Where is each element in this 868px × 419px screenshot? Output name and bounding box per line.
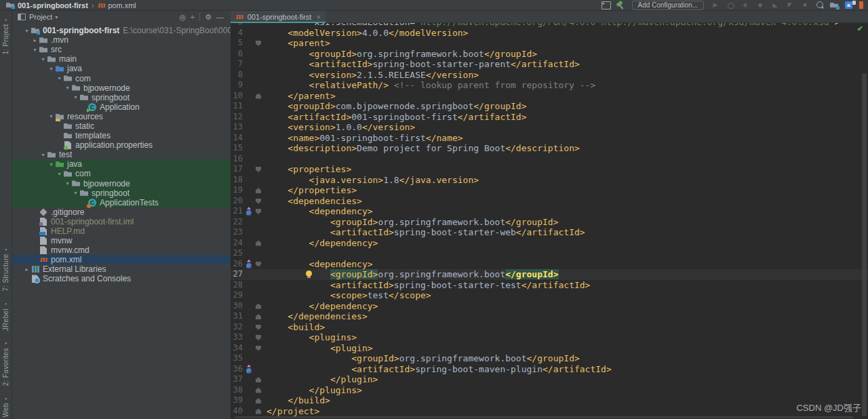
- tree-item-pom-xml[interactable]: pom.xml: [12, 255, 231, 264]
- fold-marker-icon[interactable]: [254, 311, 264, 322]
- code-line-15[interactable]: 15 <description>Demo project for Spring …: [231, 143, 868, 154]
- code-line-33[interactable]: 33 <plugins>: [231, 332, 868, 343]
- code-line-37[interactable]: 37 </plugin>: [231, 374, 868, 385]
- code-viewport[interactable]: 3 xsi:schemaLocation="http://maven.apach…: [231, 23, 868, 419]
- code-line-19[interactable]: 19 </properties>: [231, 185, 868, 196]
- gutter[interactable]: 13: [231, 122, 267, 133]
- fold-marker-icon[interactable]: [254, 322, 264, 333]
- expand-arrow-icon[interactable]: ▾: [39, 152, 47, 158]
- tree-item-001-springboot-first-iml[interactable]: 001-springboot-first.iml: [12, 217, 231, 226]
- fold-marker-icon[interactable]: [254, 185, 264, 196]
- terminal-icon[interactable]: [600, 1, 611, 9]
- code-line-14[interactable]: 14 <name>001-springboot-first</name>: [231, 133, 868, 144]
- gutter[interactable]: 32: [231, 322, 267, 333]
- code-line-20[interactable]: 20 <dependencies>: [231, 196, 868, 207]
- code-line-6[interactable]: 6 <groupId>org.springframework.boot</gro…: [231, 49, 868, 60]
- gutter[interactable]: 19: [231, 185, 267, 196]
- tree-item-com[interactable]: ▾com: [12, 73, 231, 83]
- gutter[interactable]: 40: [231, 406, 267, 417]
- select-in-project-icon[interactable]: [829, 1, 840, 9]
- fold-marker-icon[interactable]: [254, 395, 264, 406]
- gutter[interactable]: 12: [231, 112, 267, 123]
- fold-marker-icon[interactable]: [254, 385, 264, 396]
- tree-item-java[interactable]: ▾java: [12, 159, 231, 169]
- fold-marker-icon[interactable]: [254, 406, 264, 417]
- tree-item-java[interactable]: ▾java: [12, 64, 231, 73]
- tree-item-src[interactable]: ▾src: [12, 45, 231, 54]
- code-line-24[interactable]: 24 </dependency>: [231, 238, 868, 249]
- tree-item-scratches-and-consoles[interactable]: Scratches and Consoles: [12, 274, 231, 283]
- code-line-35[interactable]: 35 <groupId>org.springframework.boot</gr…: [231, 353, 868, 364]
- gutter[interactable]: 8: [231, 70, 267, 81]
- tree-item-templates[interactable]: templates: [12, 131, 231, 140]
- search-everywhere-icon[interactable]: [814, 1, 825, 9]
- tree-item-resources[interactable]: ▾resources: [12, 112, 231, 121]
- project-panel-title[interactable]: Project: [29, 13, 52, 21]
- tree-item--mvn[interactable]: ▸.mvn: [12, 35, 231, 45]
- fold-marker-icon[interactable]: [254, 259, 264, 270]
- gutter[interactable]: 9: [231, 80, 267, 91]
- gutter[interactable]: 15: [231, 143, 267, 154]
- gutter[interactable]: 17: [231, 164, 267, 175]
- code-line-28[interactable]: 28 <artifactId>spring-boot-starter-test<…: [231, 280, 868, 291]
- tree-item--gitignore[interactable]: .gitignore: [12, 207, 231, 217]
- gutter[interactable]: 36: [231, 364, 267, 375]
- code-line-21[interactable]: 21 <dependency>: [231, 206, 868, 217]
- gutter[interactable]: 20: [231, 196, 267, 207]
- fold-marker-icon[interactable]: [254, 206, 264, 217]
- fold-marker-icon[interactable]: [254, 374, 264, 385]
- gutter[interactable]: 5: [231, 38, 267, 49]
- maven-dependency-icon[interactable]: [244, 364, 254, 375]
- gutter[interactable]: 22: [231, 217, 267, 228]
- gutter[interactable]: 21: [231, 206, 267, 217]
- translate-plugin-icon[interactable]: [844, 1, 855, 9]
- gutter[interactable]: 35: [231, 353, 267, 364]
- code-line-22[interactable]: 22 <groupId>org.springframework.boot</gr…: [231, 217, 868, 228]
- gutter[interactable]: 4: [231, 28, 267, 39]
- collapse-all-icon[interactable]: ÷: [191, 13, 195, 21]
- gutter[interactable]: 31: [231, 311, 267, 322]
- vertical-scrollbar[interactable]: [862, 73, 867, 416]
- tree-item-applicationtests[interactable]: ApplicationTests: [12, 198, 231, 207]
- tree-item-springboot[interactable]: ▾springboot: [12, 188, 231, 198]
- gutter[interactable]: 27: [231, 269, 267, 280]
- stripe-favorites-button[interactable]: 2: Favorites: [2, 339, 9, 386]
- fold-marker-icon[interactable]: [254, 91, 264, 102]
- expand-arrow-icon[interactable]: ▾: [31, 47, 39, 53]
- expand-arrow-icon[interactable]: ▾: [64, 180, 71, 186]
- gutter[interactable]: 18: [231, 175, 267, 186]
- code-line-29[interactable]: 29 <scope>test</scope>: [231, 290, 868, 301]
- code-line-31[interactable]: 31 </dependencies>: [231, 311, 868, 322]
- fold-marker-icon[interactable]: [254, 38, 264, 49]
- breadcrumb-file[interactable]: pom.xml: [108, 1, 136, 9]
- tab-pom-xml[interactable]: m 001-springboot-first ×: [231, 11, 326, 22]
- expand-arrow-icon[interactable]: ▾: [47, 113, 55, 119]
- maven-dependency-icon[interactable]: [244, 206, 254, 217]
- expand-arrow-icon[interactable]: ▾: [23, 28, 31, 34]
- gutter[interactable]: 14: [231, 133, 267, 144]
- code-line-7[interactable]: 7 <artifactId>spring-boot-starter-parent…: [231, 59, 868, 70]
- expand-arrow-icon[interactable]: ▾: [72, 94, 79, 100]
- intention-bulb-icon[interactable]: [306, 271, 312, 277]
- tree-item-springboot[interactable]: ▾springboot: [12, 93, 231, 102]
- code-line-10[interactable]: 10 </parent>: [231, 91, 868, 102]
- inspections-ok-icon[interactable]: ✔: [857, 24, 863, 33]
- gutter[interactable]: 38: [231, 385, 267, 396]
- expand-arrow-icon[interactable]: ▾: [39, 56, 47, 62]
- add-configuration-button[interactable]: Add Configuration...: [632, 1, 704, 10]
- gutter[interactable]: 29: [231, 290, 267, 301]
- stripe-project-button[interactable]: 1: Project: [2, 15, 9, 55]
- code-line-17[interactable]: 17 <properties>: [231, 164, 868, 175]
- fold-marker-icon[interactable]: [254, 343, 264, 354]
- gutter[interactable]: 11: [231, 101, 267, 112]
- gutter[interactable]: 39: [231, 395, 267, 406]
- code-line-26[interactable]: 26 <dependency>: [231, 259, 868, 270]
- expand-arrow-icon[interactable]: ▾: [56, 75, 63, 81]
- maven-dependency-icon[interactable]: [244, 259, 254, 270]
- code-line-5[interactable]: 5 <parent>: [231, 38, 868, 49]
- code-line-36[interactable]: 36 <artifactId>spring-boot-maven-plugin<…: [231, 364, 868, 375]
- horizontal-scrollbar[interactable]: [235, 416, 853, 418]
- tree-item-test[interactable]: ▾test: [12, 150, 231, 159]
- tree-item-application[interactable]: Application: [12, 102, 231, 112]
- stripe-structure-button[interactable]: 7: Structure: [2, 245, 9, 292]
